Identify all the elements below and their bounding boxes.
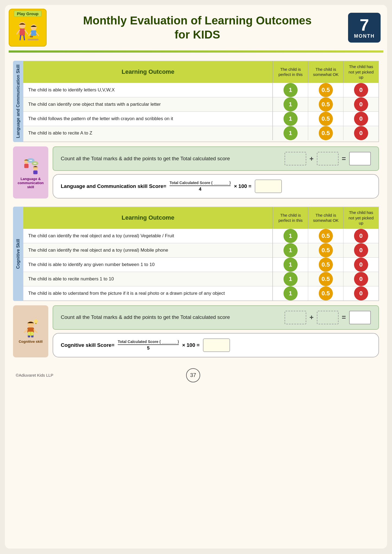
score-circle-orange: 0.5 (319, 272, 333, 286)
language-th-col1: The child is perfect in this (273, 61, 308, 83)
cognitive-skill-icon-box: Cognitive skill (13, 305, 48, 357)
row-score-3: 0 (343, 258, 378, 272)
cognitive-input-box-2[interactable] (317, 311, 339, 324)
cognitive-skill-icon (21, 319, 40, 338)
language-count-inputs: + = (285, 152, 371, 165)
cognitive-count-text: Count all the Total marks & add the poin… (61, 314, 280, 321)
page-number: 37 (186, 368, 200, 382)
score-circle-green: 1 (283, 286, 298, 300)
row-score-1: 1 (273, 83, 308, 97)
row-score-2: 0.5 (308, 229, 343, 243)
row-outcome: The child is able to identify letters U,… (23, 83, 273, 97)
month-label: MONTH (354, 33, 375, 39)
cognitive-table-header: Learning Outcome The child is perfect in… (23, 207, 378, 229)
language-calc-content: Count all the Total marks & add the poin… (53, 146, 379, 198)
svg-rect-23 (33, 170, 38, 174)
language-skill-icon-box: Language & communication skill (13, 146, 48, 198)
row-outcome: The child is able to uderstand from the … (23, 286, 273, 300)
score-circle-red: 0 (354, 286, 368, 300)
language-skill-icon (21, 156, 40, 175)
svg-point-16 (30, 160, 31, 161)
language-formula-label: Language and Communication skill Score= (61, 183, 166, 189)
row-score-2: 0.5 (308, 258, 343, 272)
svg-line-4 (20, 36, 21, 40)
svg-line-2 (17, 30, 20, 34)
score-circle-green: 1 (283, 258, 298, 272)
score-circle-red: 0 (354, 83, 368, 97)
row-score-1: 1 (273, 272, 308, 286)
score-circle-red: 0 (354, 272, 368, 286)
cognitive-formula-result[interactable] (203, 338, 230, 352)
cognitive-formula-label: Cognitive skill Score= (61, 342, 114, 348)
table-row: The child can identify one object that s… (23, 97, 378, 111)
month-box: 7 MONTH (348, 13, 381, 43)
cognitive-score-calc: Cognitive skill Count all the Total mark… (13, 305, 379, 357)
svg-point-0 (19, 22, 26, 28)
logo-box: Play Group (9, 9, 47, 47)
table-row: The child is able to recite A to Z 1 0.5… (23, 126, 378, 140)
cognitive-count-box: Count all the Total marks & add the poin… (53, 305, 379, 330)
row-score-3: 0 (343, 112, 378, 126)
row-outcome: The child follows the pattern of the let… (23, 112, 273, 126)
cognitive-fraction-line (118, 344, 179, 345)
language-table-header: Learning Outcome The child is perfect in… (23, 61, 378, 83)
language-th-col3: The child has not yet picked up (343, 61, 378, 83)
cognitive-calc-content: Count all the Total marks & add the poin… (53, 305, 379, 357)
table-row: The child is able to identify any given … (23, 257, 378, 272)
language-score-calc: Language & communication skill Count all… (13, 146, 379, 198)
score-circle-green: 1 (283, 272, 298, 286)
cognitive-fraction-bottom: 5 (147, 345, 149, 351)
row-score-2: 0.5 (308, 272, 343, 286)
row-score-1: 1 (273, 243, 308, 257)
language-count-box: Count all the Total marks & add the poin… (53, 146, 379, 171)
row-score-1: 1 (273, 286, 308, 300)
language-skill-label: Language & communication skill (16, 177, 46, 189)
language-input-box-2[interactable] (317, 152, 339, 165)
logo-label: Play Group (14, 11, 42, 17)
cognitive-th-outcome: Learning Outcome (23, 207, 273, 229)
score-circle-orange: 0.5 (319, 229, 333, 243)
header-underline (9, 50, 383, 53)
row-score-3: 0 (343, 272, 378, 286)
language-formula-fraction: Total Calculated Score ( _______ ) 4 (170, 181, 231, 192)
table-row: The child is able to uderstand from the … (23, 286, 378, 300)
svg-point-15 (29, 160, 30, 161)
cognitive-input-box-1[interactable] (285, 311, 306, 324)
score-circle-green: 1 (283, 97, 298, 111)
cognitive-table-rows: The child can identify the real object a… (23, 229, 378, 300)
svg-line-9 (36, 33, 39, 36)
cognitive-equals-sign: = (342, 313, 346, 322)
score-circle-red: 0 (354, 229, 368, 243)
row-score-2: 0.5 (308, 286, 343, 300)
score-circle-red: 0 (354, 97, 368, 111)
page-title: Monthly Evaluation of Learning Outcomes … (47, 14, 348, 42)
month-number: 7 (360, 17, 369, 33)
cognitive-fraction-top: Total Calculated Score ( _______ ) (118, 340, 179, 344)
language-table-rows: The child is able to identify letters U,… (23, 83, 378, 140)
row-score-3: 0 (343, 243, 378, 257)
score-circle-green: 1 (283, 126, 298, 140)
language-formula-result[interactable] (255, 180, 282, 193)
row-outcome: The child can identify one object that s… (23, 97, 273, 111)
svg-point-21 (36, 163, 37, 164)
score-circle-orange: 0.5 (319, 126, 333, 140)
cognitive-result-box[interactable] (349, 311, 371, 324)
page-footer: ©Adiuvaret Kids LLP 37 (5, 363, 387, 385)
row-score-3: 0 (343, 83, 378, 97)
row-score-2: 0.5 (308, 126, 343, 140)
row-score-2: 0.5 (308, 112, 343, 126)
svg-rect-10 (30, 36, 33, 37)
row-outcome: The child is able to recite A to Z (23, 126, 273, 140)
score-circle-green: 1 (283, 229, 298, 243)
svg-point-17 (31, 160, 32, 161)
language-table: Learning Outcome The child is perfect in… (23, 61, 379, 142)
svg-rect-33 (35, 323, 37, 324)
language-result-box[interactable] (349, 152, 371, 165)
cognitive-plus-sign: + (310, 313, 314, 322)
language-th-outcome: Learning Outcome (23, 61, 273, 83)
svg-line-27 (34, 330, 37, 332)
row-score-1: 1 (273, 229, 308, 243)
language-input-box-1[interactable] (285, 152, 306, 165)
logo-image (14, 18, 41, 45)
row-score-3: 0 (343, 126, 378, 140)
